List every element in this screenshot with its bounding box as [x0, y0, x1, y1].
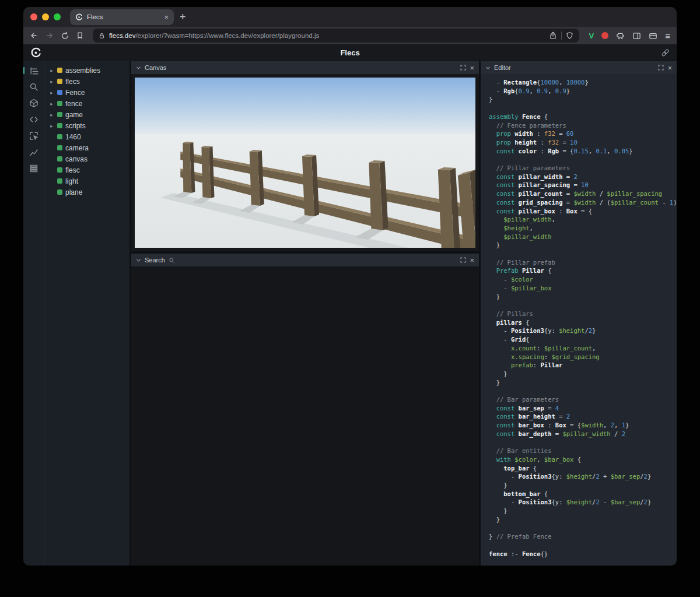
code-line[interactable]: }: [489, 370, 677, 378]
code-line[interactable]: const bar_box : Box = {$width, 2, 1}: [489, 421, 677, 430]
bookmark-icon[interactable]: [76, 31, 84, 40]
code-line[interactable]: assembly Fence {: [489, 113, 677, 121]
3d-viewport[interactable]: [135, 78, 475, 248]
tree-item-game[interactable]: ▸game: [45, 109, 130, 120]
new-tab-button[interactable]: +: [180, 11, 186, 23]
expand-panel-icon[interactable]: [460, 65, 466, 71]
code-line[interactable]: const pillar_box : Box = {: [489, 207, 677, 216]
code-line[interactable]: - Rectangle{10000, 10000}: [489, 78, 677, 87]
code-line[interactable]: x.count: $pillar_count,: [489, 344, 677, 353]
code-line[interactable]: - Grid{: [489, 335, 677, 344]
code-line[interactable]: const color : Rgb = {0.15, 0.1, 0.05}: [489, 147, 677, 156]
code-line[interactable]: $pillar_width: [489, 233, 677, 241]
expand-chevron-icon[interactable]: ▸: [49, 79, 54, 85]
code-line[interactable]: }: [489, 293, 677, 301]
forward-button[interactable]: [45, 31, 54, 40]
expand-panel-icon[interactable]: [658, 65, 664, 71]
chevron-down-icon[interactable]: [136, 65, 141, 71]
code-line[interactable]: pillars {: [489, 318, 677, 327]
tab-close-icon[interactable]: ×: [164, 13, 169, 22]
code-line[interactable]: const grid_spacing = $width / ($pillar_c…: [489, 198, 677, 207]
search-panel-header[interactable]: Search ×: [131, 254, 479, 266]
flecs-logo-icon[interactable]: [30, 47, 41, 58]
back-button[interactable]: [29, 31, 38, 40]
code-line[interactable]: [489, 387, 677, 395]
close-panel-icon[interactable]: ×: [470, 257, 474, 264]
entities-icon[interactable]: [27, 98, 40, 108]
search-results-area[interactable]: [131, 266, 479, 566]
inspect-icon[interactable]: [27, 131, 40, 141]
code-line[interactable]: const bar_sep = 4: [489, 404, 677, 413]
minimize-window-button[interactable]: [42, 13, 49, 20]
share-icon[interactable]: [549, 31, 557, 40]
expand-panel-icon[interactable]: [460, 257, 466, 263]
code-line[interactable]: [489, 524, 677, 533]
tree-item-fence[interactable]: ▸fence: [45, 98, 130, 109]
code-line[interactable]: [489, 438, 677, 447]
tree-item-1460[interactable]: ▸1460: [45, 131, 130, 142]
code-line[interactable]: }: [489, 378, 677, 387]
chevron-down-icon[interactable]: [485, 65, 491, 71]
code-line[interactable]: // Bar entities: [489, 447, 677, 455]
search-icon[interactable]: [27, 82, 40, 92]
extension-red-icon[interactable]: [601, 32, 608, 39]
tree-item-assemblies[interactable]: ▸assemblies: [45, 65, 130, 76]
extension-v-icon[interactable]: V: [589, 31, 594, 40]
close-panel-icon[interactable]: ×: [667, 64, 672, 72]
code-line[interactable]: prop height : f32 = 10: [489, 138, 677, 147]
chevron-down-icon[interactable]: [136, 258, 141, 263]
code-line[interactable]: const bar_depth = $pillar_width / 2: [489, 430, 677, 438]
expand-chevron-icon[interactable]: ▸: [49, 101, 54, 107]
code-line[interactable]: [489, 250, 677, 258]
tree-item-plane[interactable]: ▸plane: [45, 187, 130, 198]
code-line[interactable]: }: [489, 507, 677, 515]
queries-icon[interactable]: [27, 163, 40, 174]
tree-item-camera[interactable]: ▸camera: [45, 142, 130, 153]
code-line[interactable]: with $color, $bar_box {: [489, 455, 677, 464]
expand-chevron-icon[interactable]: ▸: [49, 112, 54, 118]
code-line[interactable]: x.spacing: $grid_spacing: [489, 353, 677, 361]
tree-item-scripts[interactable]: ▸scripts: [45, 120, 130, 131]
code-line[interactable]: - Position3{y: $height/2 + $bar_sep/2}: [489, 472, 677, 481]
code-line[interactable]: [489, 301, 677, 310]
tree-item-flesc[interactable]: ▸flesc: [45, 164, 130, 175]
code-line[interactable]: - $color: [489, 275, 677, 284]
editor-panel-header[interactable]: Editor ×: [481, 61, 677, 74]
tree-item-Fence[interactable]: ▸Fence: [45, 87, 130, 98]
code-icon[interactable]: [27, 114, 40, 125]
reload-button[interactable]: [61, 31, 69, 40]
code-line[interactable]: } // Prefab Fence: [489, 532, 677, 541]
close-window-button[interactable]: [30, 13, 37, 20]
address-bar[interactable]: flecs.dev/explorer/?wasm=https://www.fle…: [93, 29, 579, 43]
code-line[interactable]: top_bar {: [489, 464, 677, 473]
menu-icon[interactable]: ≡: [665, 31, 671, 41]
code-line[interactable]: }: [489, 95, 677, 104]
expand-chevron-icon[interactable]: ▸: [49, 123, 54, 129]
code-line[interactable]: const bar_height = 2: [489, 412, 677, 421]
share-link-icon[interactable]: [661, 48, 670, 57]
tree-item-flecs[interactable]: ▸flecs: [45, 76, 130, 87]
code-line[interactable]: // Bar parameters: [489, 395, 677, 404]
sidebar-toggle-icon[interactable]: [632, 31, 641, 40]
code-line[interactable]: - Position3{y: $height/2}: [489, 326, 677, 335]
code-line[interactable]: prefab: Pillar: [489, 361, 677, 370]
code-line[interactable]: }: [489, 481, 677, 490]
code-line[interactable]: - Position3{y: $height/2 - $bar_sep/2}: [489, 498, 677, 507]
code-line[interactable]: }: [489, 241, 677, 250]
code-line[interactable]: - Rgb{0.9, 0.9, 0.9}: [489, 87, 677, 96]
code-line[interactable]: [489, 155, 677, 164]
expand-chevron-icon[interactable]: ▸: [49, 90, 54, 96]
browser-tab[interactable]: Flecs ×: [70, 9, 174, 25]
code-line[interactable]: prop width : f32 = 60: [489, 129, 677, 138]
code-line[interactable]: // Pillar prefab: [489, 258, 677, 267]
code-line[interactable]: [489, 541, 677, 550]
code-line[interactable]: $height,: [489, 224, 677, 233]
expand-chevron-icon[interactable]: ▸: [49, 68, 54, 73]
code-line[interactable]: }: [489, 515, 677, 524]
code-line[interactable]: // Pillar parameters: [489, 164, 677, 173]
tree-item-light[interactable]: ▸light: [45, 175, 130, 187]
code-line[interactable]: [489, 104, 677, 113]
code-line[interactable]: - $pillar_box: [489, 284, 677, 293]
tree-icon[interactable]: [27, 65, 40, 76]
maximize-window-button[interactable]: [54, 13, 61, 20]
